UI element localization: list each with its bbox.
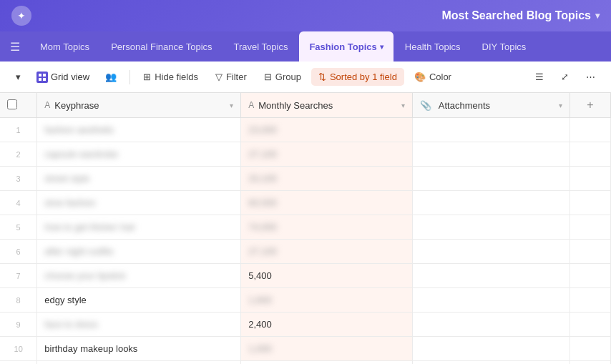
empty-cell <box>570 313 610 337</box>
row-number: 10 <box>14 345 23 353</box>
attachment-cell <box>412 337 570 361</box>
people-icon-btn[interactable]: 👥 <box>98 68 124 86</box>
table-row: 8edgy style1,600 <box>0 288 611 313</box>
svg-rect-0 <box>39 74 41 77</box>
monthly-col-arrow: ▾ <box>401 102 405 109</box>
toolbar-left: ▾ Grid view 👥 ⊞ Hide fields ▽ Filter <box>9 68 459 86</box>
col-header-monthly[interactable]: A Monthly Searches ▾ <box>241 93 413 118</box>
tab-health-topics[interactable]: Health Topics <box>395 31 471 62</box>
keyphrase-cell: face to dress <box>37 313 241 337</box>
empty-cell <box>570 361 610 365</box>
tab-travel-topics[interactable]: Travel Topics <box>224 31 298 62</box>
app-logo[interactable]: ✦ <box>11 6 31 26</box>
monthly-searches-cell: 23,000 <box>241 118 413 142</box>
color-icon: 🎨 <box>414 72 426 82</box>
tab-fashion-topics[interactable]: Fashion Topics ▾ <box>299 31 393 62</box>
svg-rect-2 <box>39 78 41 81</box>
row-number: 3 <box>16 174 21 183</box>
filter-icon: ▽ <box>215 72 223 82</box>
grid-view-toggle[interactable]: Grid view <box>31 69 95 86</box>
more-options-button[interactable]: ⋯ <box>579 68 602 86</box>
row-checkbox-cell: 5 <box>0 215 37 240</box>
monthly-value: 1,000 <box>248 343 272 354</box>
row-checkbox-cell: 6 <box>0 240 37 264</box>
row-checkbox-cell: 1 <box>0 118 37 142</box>
monthly-searches-cell: 5,400 <box>241 264 413 288</box>
monthly-searches-cell: 1,600 <box>241 288 413 313</box>
monthly-value: 23,000 <box>248 124 277 135</box>
group-button[interactable]: ⊟ Group <box>257 68 308 86</box>
keyphrase-cell: fashion aesthetic <box>37 118 241 142</box>
expand-icon: ⤢ <box>561 72 569 82</box>
col-header-keyphrase[interactable]: A Keyphrase ▾ <box>37 93 241 118</box>
hide-fields-button[interactable]: ⊞ Hide fields <box>136 68 205 86</box>
attach-col-label: Attachments <box>439 100 490 111</box>
top-bar: ✦ Most Searched Blog Topics <box>0 0 611 31</box>
keyphrase-col-arrow: ▾ <box>230 102 233 109</box>
group-icon: ⊟ <box>264 72 272 82</box>
tab-diy-topics[interactable]: DIY Topics <box>472 31 537 62</box>
empty-cell <box>570 142 610 167</box>
keyphrase-cell: street style <box>37 167 241 191</box>
col-header-attachments[interactable]: 📎 Attachments ▾ <box>412 93 570 118</box>
select-all-checkbox[interactable] <box>7 99 17 109</box>
empty-cell <box>570 215 610 240</box>
monthly-value: 27,100 <box>248 149 277 159</box>
empty-cell <box>37 361 241 365</box>
toolbar: ▾ Grid view 👥 ⊞ Hide fields ▽ Filter <box>0 62 611 93</box>
color-button[interactable]: 🎨 Color <box>407 68 459 86</box>
empty-cell <box>0 361 37 365</box>
add-column-icon[interactable]: + <box>587 99 593 111</box>
row-number: 1 <box>16 126 21 134</box>
empty-cell <box>570 264 610 288</box>
sort-icon: ⇅ <box>318 72 326 82</box>
keyphrase-value: street style <box>44 173 89 184</box>
app-title: Most Searched Blog Topics <box>441 9 600 22</box>
svg-rect-1 <box>43 74 46 77</box>
chevron-down-icon: ▾ <box>16 72 21 82</box>
expand-button[interactable]: ⤢ <box>554 68 576 86</box>
monthly-searches-cell: 27,100 <box>241 142 413 167</box>
empty-row <box>0 361 611 365</box>
tab-personal-finance-topics[interactable]: Personal Finance Topics <box>101 31 222 62</box>
row-height-button[interactable]: ☰ <box>528 68 551 86</box>
col-header-checkbox[interactable] <box>0 93 37 118</box>
monthly-value: 1,600 <box>248 295 272 305</box>
row-checkbox-cell: 7 <box>0 264 37 288</box>
keyphrase-value: edgy style <box>44 295 87 305</box>
empty-cell <box>570 240 610 264</box>
attachment-cell <box>412 288 570 313</box>
monthly-searches-cell: 33,100 <box>241 167 413 191</box>
monthly-value: 2,400 <box>248 319 272 330</box>
toolbar-separator-1 <box>129 70 130 84</box>
attachment-cell <box>412 167 570 191</box>
row-height-icon: ☰ <box>535 72 544 82</box>
sort-button[interactable]: ⇅ Sorted by 1 field <box>311 68 404 86</box>
table-row: 4slow fashion60,500 <box>0 191 611 215</box>
table-row: 7choose your lipstick5,400 <box>0 264 611 288</box>
table-row: 2capsule wardrobe27,100 <box>0 142 611 167</box>
data-table: A Keyphrase ▾ A Monthly Searches ▾ 📎 <box>0 93 611 364</box>
keyphrase-value: how to get thicker hair <box>44 222 135 232</box>
filter-button[interactable]: ▽ Filter <box>208 68 254 86</box>
keyphrase-value: birthday makeup looks <box>44 343 137 354</box>
keyphrase-cell: choose your lipstick <box>37 264 241 288</box>
table-row: 5how to get thicker hair74,000 <box>0 215 611 240</box>
monthly-searches-cell: 74,000 <box>241 215 413 240</box>
empty-cell <box>412 361 570 365</box>
view-toggle-arrow[interactable]: ▾ <box>9 68 28 86</box>
people-icon: 👥 <box>105 72 117 82</box>
attach-type-icon: 📎 <box>420 100 431 111</box>
hamburger-icon[interactable]: ☰ <box>6 37 24 56</box>
col-header-add[interactable]: + <box>570 93 610 118</box>
hide-fields-icon: ⊞ <box>143 72 151 82</box>
monthly-searches-cell: 1,000 <box>241 337 413 361</box>
table-row: 3street style33,100 <box>0 167 611 191</box>
empty-cell <box>570 288 610 313</box>
monthly-value: 60,500 <box>248 197 277 208</box>
keyphrase-value: fashion aesthetic <box>44 124 114 135</box>
attachment-cell <box>412 264 570 288</box>
monthly-col-label: Monthly Searches <box>258 100 333 111</box>
tab-mom-topics[interactable]: Mom Topics <box>30 31 99 62</box>
row-checkbox-cell: 2 <box>0 142 37 167</box>
